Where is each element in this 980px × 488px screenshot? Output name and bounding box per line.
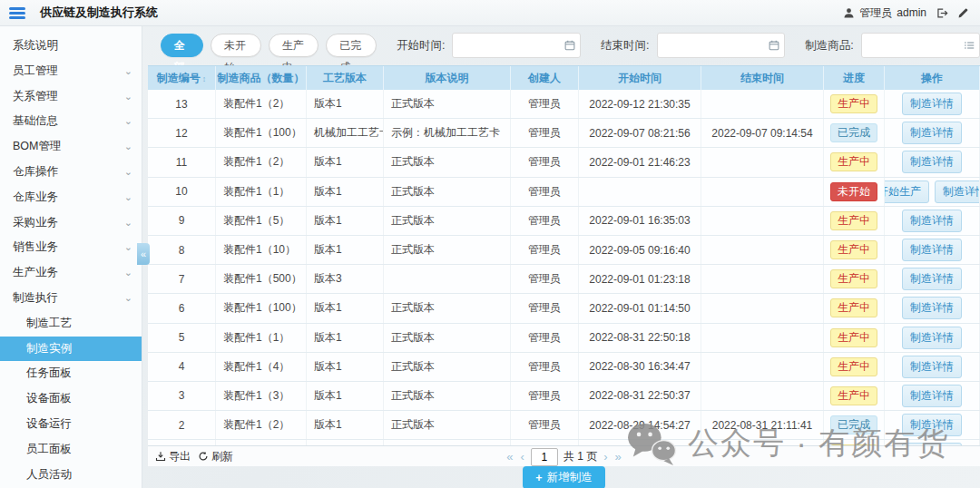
first-page-button[interactable]: «	[505, 450, 514, 464]
cell-creator: 管理员	[511, 382, 579, 410]
cell-creator: 管理员	[511, 353, 579, 381]
sidebar-subitem[interactable]: 员工面板	[0, 437, 142, 463]
cell-end	[701, 265, 824, 293]
manufacture-detail-button[interactable]: 制造详情	[902, 356, 962, 378]
app-window: 供应链及制造执行系统 管理员 admin 系统说明员工管理⌄关系管理⌄基础信息⌄…	[0, 0, 980, 488]
sidebar-subitem[interactable]: 设备面板	[0, 386, 142, 412]
list-picker-icon[interactable]	[964, 38, 975, 54]
sidebar-item[interactable]: 生产业务⌄	[0, 260, 142, 286]
manufacture-detail-button[interactable]: 制造详情	[902, 414, 962, 436]
status-badge: 生产中	[830, 328, 877, 347]
end-time-input[interactable]	[658, 35, 785, 55]
column-header-label: 操作	[921, 71, 943, 86]
manufacture-detail-button[interactable]: 制造详情	[902, 268, 962, 290]
cell-start: 2022-08-30 16:34:47	[579, 353, 701, 381]
menu-icon[interactable]	[9, 7, 25, 19]
sidebar-item[interactable]: 销售业务⌄	[0, 235, 142, 260]
filter-tab[interactable]: 已完成	[326, 34, 377, 57]
calendar-icon[interactable]	[769, 38, 779, 54]
page-number-input[interactable]	[531, 448, 558, 466]
sidebar-item[interactable]: 系统说明	[0, 34, 142, 59]
logout-icon[interactable]	[936, 7, 948, 19]
last-page-button[interactable]: »	[614, 450, 622, 464]
cell-actions: 制造详情	[885, 148, 980, 176]
cell-version-desc: 示例：机械加工工艺卡	[384, 119, 511, 147]
cell-status: 生产中	[824, 148, 885, 176]
sidebar-item[interactable]: 采购业务⌄	[0, 210, 142, 236]
table-row: 8装配件1（10）版本1正式版本管理员2022-09-05 09:16:40生产…	[148, 236, 980, 265]
next-page-button[interactable]: ›	[603, 450, 608, 464]
cell-version: 版本1	[307, 324, 384, 352]
status-badge: 未开始	[830, 182, 877, 201]
sidebar-item[interactable]: 关系管理⌄	[0, 84, 142, 110]
app-title: 供应链及制造执行系统	[40, 5, 158, 21]
cell-status: 生产中	[824, 353, 885, 381]
sort-icon[interactable]: ↕	[202, 74, 207, 83]
manufacture-detail-button[interactable]: 制造详情	[902, 239, 962, 261]
status-badge: 生产中	[830, 94, 877, 113]
status-badge: 生产中	[830, 298, 877, 317]
sidebar-item[interactable]: 基础信息⌄	[0, 109, 142, 134]
end-time-label: 结束时间:	[601, 38, 649, 54]
prev-page-button[interactable]: ‹	[519, 450, 524, 464]
cell-version-desc: 正式版本	[384, 236, 511, 264]
theme-pen-icon[interactable]	[957, 7, 969, 19]
cell-creator: 管理员	[511, 148, 579, 176]
cell-version-desc: 正式版本	[384, 382, 511, 410]
end-time-field	[657, 33, 786, 58]
cell-product: 装配件1（100）	[216, 294, 307, 322]
manufacture-detail-button[interactable]: 制造详情	[902, 122, 962, 144]
chevron-down-icon: ⌄	[124, 160, 132, 185]
cell-creator: 管理员	[511, 265, 579, 293]
sidebar-subitem[interactable]: 任务面板	[0, 361, 142, 386]
manufacture-detail-button[interactable]: 制造详情	[902, 93, 962, 115]
start-time-label: 开始时间:	[397, 38, 445, 54]
cell-product: 装配件1（100）	[216, 119, 307, 147]
cell-status: 生产中	[824, 265, 885, 293]
cell-start: 2022-09-01 16:35:03	[579, 207, 701, 235]
start-production-button[interactable]: 开始生产	[885, 181, 929, 203]
calendar-icon[interactable]	[564, 38, 575, 54]
cell-start: 2022-09-01 01:14:50	[579, 294, 701, 322]
sidebar-item-label: 仓库操作	[13, 165, 58, 178]
start-time-input[interactable]	[453, 35, 580, 55]
filter-tab[interactable]: 生产中	[269, 34, 319, 57]
user-menu[interactable]: 管理员 admin	[843, 5, 926, 21]
manufacture-detail-button[interactable]: 制造详情	[902, 210, 962, 232]
sidebar-item[interactable]: 制造执行⌄	[0, 286, 142, 311]
sidebar-collapse-handle[interactable]: «	[137, 243, 150, 265]
manufacture-detail-button[interactable]: 制造详情	[902, 151, 962, 173]
manufacture-detail-button[interactable]: 制造详情	[902, 327, 962, 349]
sidebar-item-label: BOM管理	[13, 140, 61, 152]
sidebar-item[interactable]: 员工管理⌄	[0, 59, 142, 84]
sidebar-item[interactable]: BOM管理⌄	[0, 134, 142, 160]
sidebar-item[interactable]: 仓库操作⌄	[0, 160, 142, 185]
sidebar-subitem[interactable]: 人员活动	[0, 463, 142, 488]
manufacture-detail-button[interactable]: 制造详情	[902, 385, 962, 407]
sidebar-item-label: 关系管理	[13, 90, 58, 102]
cell-status: 已完成	[824, 411, 885, 439]
filter-tab[interactable]: 全部	[161, 34, 203, 57]
sidebar-item-label: 系统说明	[13, 39, 58, 52]
cell-end	[701, 178, 824, 206]
pagination: « ‹ 共 1 页 › »	[148, 446, 980, 467]
cell-status: 生产中	[824, 207, 885, 235]
column-header-label: 工艺版本	[323, 71, 367, 86]
table-row: 3装配件1（3）版本1正式版本管理员2022-08-31 22:50:37生产中…	[148, 382, 980, 411]
manufacture-detail-button[interactable]: 制造详情	[935, 181, 980, 203]
cell-status: 生产中	[824, 382, 885, 410]
cell-id: 13	[148, 90, 216, 118]
sidebar-subitem[interactable]: 设备运行	[0, 412, 142, 437]
add-manufacture-button[interactable]: + 新增制造	[523, 466, 604, 488]
cell-end	[701, 148, 824, 176]
sidebar-item[interactable]: 仓库业务⌄	[0, 185, 142, 210]
sidebar-subitem[interactable]: 制造实例	[0, 337, 142, 362]
chevron-down-icon: ⌄	[124, 235, 132, 260]
cell-id: 9	[148, 207, 216, 235]
manufacture-detail-button[interactable]: 制造详情	[902, 297, 962, 319]
product-filter-input[interactable]	[862, 35, 979, 55]
sidebar-subitem[interactable]: 制造工艺	[0, 311, 142, 337]
filter-tab[interactable]: 未开始	[211, 34, 261, 57]
cell-end: 2022-08-31 21:11:41	[701, 411, 824, 439]
table-row: 4装配件1（4）版本1正式版本管理员2022-08-30 16:34:47生产中…	[148, 353, 980, 382]
